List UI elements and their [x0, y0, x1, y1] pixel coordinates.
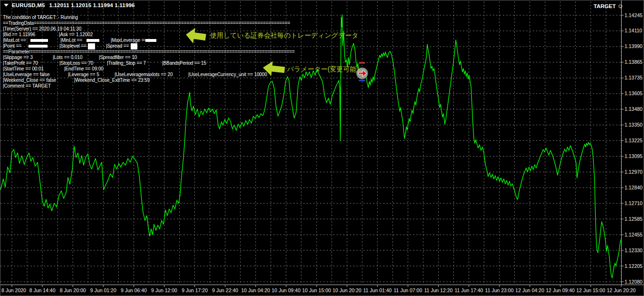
symbol-timeframe-label: EURUSD,M5 [12, 2, 45, 8]
comment-text: |StopLoss == 70 [59, 60, 93, 66]
svg-text:8 Jun 14:40: 8 Jun 14:40 [29, 287, 56, 293]
annotation-trading-data[interactable]: 使用している証券会社毎のトレーディングデータ [210, 31, 358, 40]
lower-level-dash [359, 80, 365, 81]
comment-text: |UseLeveragemaxlots == 20 [115, 72, 173, 77]
svg-text:11 Jun 17:40: 11 Jun 17:40 [455, 287, 483, 293]
svg-text:1.14110: 1.14110 [625, 28, 642, 33]
svg-text:11 Jun 01:40: 11 Jun 01:40 [363, 287, 392, 293]
comment-line-7: ==Parameter=============================… [3, 49, 336, 55]
redacted-value-box [145, 39, 156, 42]
svg-text:9 Jun 17:20: 9 Jun 17:20 [182, 287, 208, 293]
svg-text:1.13095: 1.13095 [625, 153, 643, 159]
svg-text:10 Jun 04:20: 10 Jun 04:20 [241, 287, 270, 293]
comment-line-8: |Slippage == 3|Lots == 0.010|Spreadfilte… [3, 55, 336, 60]
comment-text: |Comment == TARGET [3, 83, 51, 89]
ea-name-label: TARGET [594, 3, 615, 9]
svg-text:10 Jun 20:20: 10 Jun 20:20 [333, 287, 362, 293]
comment-text: |Spreadfilter == 10 [99, 55, 137, 60]
comment-text: |Spread == [106, 43, 130, 49]
svg-text:1.12455: 1.12455 [625, 232, 643, 237]
redacted-value-box [29, 45, 48, 48]
svg-text:1.12585: 1.12585 [625, 216, 643, 222]
comment-text: |Leverage == 5 [68, 72, 99, 77]
comment-text: |Trailing_Stop == 7 [107, 60, 146, 66]
comment-text: |BBandsPeriod == 15 [162, 60, 206, 66]
upper-level-dash [359, 62, 365, 64]
comment-text: ==Parameter=============================… [3, 49, 295, 54]
svg-text:10 Jun 15:00: 10 Jun 15:00 [302, 287, 331, 293]
svg-text:11 Jun 23:00: 11 Jun 23:00 [485, 287, 514, 293]
svg-text:12 Jun 15:00: 12 Jun 15:00 [577, 287, 606, 293]
redacted-value-box [30, 39, 48, 42]
comment-text: |Point == [3, 43, 23, 49]
comment-line-10: |StartTime == 00:01|EndTime == 09:00 [3, 66, 336, 72]
svg-text:12 Jun 09:40: 12 Jun 09:40 [546, 287, 575, 293]
svg-text:1.13990: 1.13990 [625, 43, 643, 49]
svg-text:12 Jun 20:20: 12 Jun 20:20 [607, 287, 636, 293]
comment-text: |Stoplevel == [59, 43, 88, 49]
svg-text:11 Jun 12:20: 11 Jun 12:20 [424, 287, 452, 293]
svg-text:1.13350: 1.13350 [625, 122, 643, 128]
svg-text:1.13735: 1.13735 [625, 75, 643, 80]
comment-overlay: The condition of TARGET: - Running==Trad… [3, 15, 336, 91]
svg-text:1.13225: 1.13225 [625, 138, 643, 143]
svg-text:1.13480: 1.13480 [625, 106, 643, 112]
svg-text:1.12330: 1.12330 [625, 247, 643, 253]
svg-text:1.13865: 1.13865 [625, 59, 643, 65]
ea-smiley-icon: ☺ [617, 2, 623, 10]
svg-text:9 Jun 01:20: 9 Jun 01:20 [90, 287, 116, 293]
comment-text: |TakeProfit == 70 [3, 60, 38, 66]
comment-line-13: |Comment == TARGET [3, 83, 336, 89]
svg-text:1.12710: 1.12710 [625, 200, 643, 206]
svg-text:1.12205: 1.12205 [625, 263, 643, 269]
svg-text:8 Jun 2020: 8 Jun 2020 [1, 287, 26, 293]
comment-text: |MaxLeverage == [111, 38, 148, 43]
svg-text:9 Jun 12:00: 9 Jun 12:00 [151, 287, 177, 293]
comment-text: |Time(Server) == 2020.06.19 04:11:30 [3, 26, 81, 31]
comment-text: The condition of TARGET: - Running [3, 15, 78, 20]
svg-text:1.14245: 1.14245 [625, 12, 643, 18]
comment-line-12: |Weekend_Close == false|Weekend_Close_Ex… [3, 78, 336, 83]
comment-text: |UseLeverage == false [3, 72, 49, 77]
comment-text: |MinLot == [60, 38, 84, 43]
comment-line-1: The condition of TARGET: - Running [3, 15, 336, 20]
chart-title-bar: EURUSD,M51.12011 1.12015 1.11994 1.11996 [4, 2, 135, 8]
symbol-dropdown-icon[interactable] [4, 4, 9, 7]
redacted-value-box [87, 39, 99, 42]
comment-text: |Lots == 0.010 [53, 55, 82, 60]
comment-text: |Weekend_Close == false [3, 78, 56, 83]
mt4-chart-window: 1.142451.141101.139901.138651.137351.136… [0, 0, 644, 296]
comment-text: |StartTime == 00:01 [3, 66, 44, 71]
comment-text: |Ask == 1.12002 [59, 32, 93, 37]
comment-text: |Bid == 1.11996 [3, 32, 35, 37]
svg-text:9 Jun 22:40: 9 Jun 22:40 [212, 287, 238, 293]
comment-text: ==TradingData===========================… [3, 20, 290, 26]
comment-text: |Slippage == 3 [3, 55, 33, 60]
comment-line-11: |UseLeverage == false|Leverage == 5|UseL… [3, 72, 336, 78]
svg-text:8 Jun 20:00: 8 Jun 20:00 [60, 287, 86, 293]
annotation-parameters[interactable]: パラメーター(変更可能) [287, 65, 359, 74]
svg-text:1.13605: 1.13605 [625, 90, 643, 96]
svg-text:1.12080: 1.12080 [625, 279, 643, 285]
svg-text:11 Jun 07:00: 11 Jun 07:00 [394, 287, 422, 293]
ohlc-values: 1.12011 1.12015 1.11994 1.11996 [49, 2, 135, 8]
comment-line-6: |Point == |Stoplevel == |Spread == [3, 43, 336, 49]
comment-line-2: ==TradingData===========================… [3, 20, 336, 26]
svg-text:1.12970: 1.12970 [625, 169, 643, 175]
ea-name-badge: TARGET☺ [594, 2, 624, 10]
svg-text:9 Jun 06:40: 9 Jun 06:40 [121, 287, 147, 293]
comment-text: |EndTime == 09:00 [64, 66, 104, 71]
comment-text: |MaxLot == [3, 38, 28, 43]
comment-line-9: |TakeProfit == 70|StopLoss == 70|Trailin… [3, 60, 336, 66]
comment-text: |Weekend_Close_ExitTime == 23:59 [74, 78, 150, 83]
svg-text:1.12840: 1.12840 [625, 185, 643, 190]
svg-text:10 Jun 09:40: 10 Jun 09:40 [272, 287, 301, 293]
svg-text:12 Jun 04:20: 12 Jun 04:20 [515, 287, 544, 293]
comment-text: |UseLeverageCurrency_unit == 10000 [188, 72, 267, 77]
